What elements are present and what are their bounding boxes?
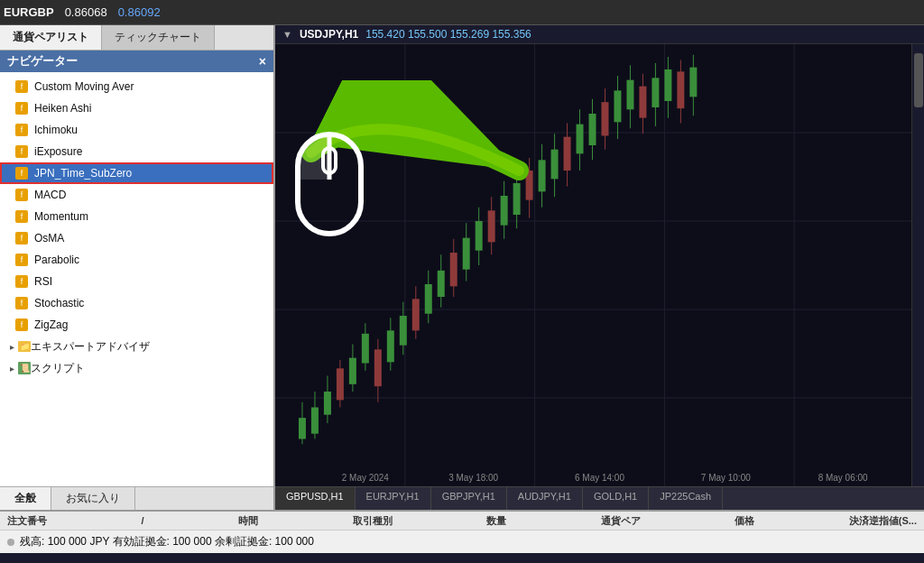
tab-row: 通貨ペアリスト ティックチャート (0, 25, 273, 51)
tree-item-zigzag[interactable]: f ZigZag (0, 314, 273, 336)
col-time: 時間 (238, 514, 258, 528)
svg-rect-20 (362, 334, 369, 364)
tab-tick-chart[interactable]: ティックチャート (102, 25, 215, 50)
indicator-icon: f (14, 79, 29, 94)
svg-rect-40 (488, 210, 495, 242)
symbol-tab-eurjpy[interactable]: EURJPY,H1 (356, 487, 431, 510)
svg-rect-28 (412, 299, 420, 330)
navigator-close[interactable]: × (259, 54, 266, 69)
tree-item-custom-moving[interactable]: f Custom Moving Aver (0, 76, 273, 97)
svg-rect-52 (564, 137, 571, 171)
indicator-icon: f (14, 231, 29, 245)
svg-rect-18 (349, 358, 356, 384)
chart-header: ▼ USDJPY,H1 155.420 155.500 155.269 155.… (275, 25, 924, 44)
chart-area: ▼ USDJPY,H1 155.420 155.500 155.269 155.… (275, 25, 924, 510)
svg-rect-46 (526, 171, 533, 200)
expand-icon: ▸ (5, 364, 18, 374)
svg-rect-0 (275, 44, 924, 486)
tree-group-script[interactable]: ▸ 📜 スクリプト (0, 357, 273, 379)
tree-group-expert[interactable]: ▸ 📁 エキスパートアドバイザ (0, 336, 273, 357)
svg-rect-24 (387, 330, 394, 362)
chart-scrollbar[interactable] (911, 44, 924, 486)
col-sep: / (142, 515, 144, 526)
status-columns-row: 注文番号 / 時間 取引種別 数量 通貨ペア 価格 決済逆指値(S... (0, 512, 924, 531)
svg-rect-44 (513, 183, 521, 215)
script-icon: 📜 (18, 362, 31, 374)
symbol-tab-gbpjpy[interactable]: GBPJPY,H1 (431, 487, 507, 510)
tree-item-ichimoku[interactable]: f Ichimoku (0, 119, 273, 141)
pair-label: EURGBP (4, 5, 54, 19)
tree-item-label: iExposure (34, 145, 82, 158)
tab-all[interactable]: 全般 (0, 487, 51, 510)
svg-rect-32 (438, 271, 445, 297)
symbol-tab-gold[interactable]: GOLD,H1 (583, 487, 649, 510)
col-type: 取引種別 (353, 514, 393, 528)
indicator-icon: f (14, 318, 29, 332)
tree-item-osma[interactable]: f OsMA (0, 227, 273, 249)
col-price: 価格 (735, 514, 754, 528)
svg-text:7 May 10:00: 7 May 10:00 (701, 471, 751, 483)
svg-rect-62 (626, 80, 633, 110)
indicator-icon: f (14, 166, 29, 180)
tree-item-label: Momentum (34, 210, 88, 223)
svg-rect-68 (664, 69, 671, 101)
status-bar: 注文番号 / 時間 取引種別 数量 通貨ペア 価格 決済逆指値(S... 残高:… (0, 510, 924, 553)
svg-rect-34 (450, 253, 457, 286)
navigator-title: ナビゲーター (7, 53, 78, 69)
indicator-icon: f (14, 274, 29, 289)
chart-canvas[interactable]: 2 May 2024 3 May 18:00 6 May 14:00 7 May… (275, 44, 924, 486)
left-panel: 通貨ペアリスト ティックチャート ナビゲーター × f Custom Movin… (0, 25, 275, 510)
svg-rect-22 (374, 349, 382, 386)
tree-item-label: RSI (34, 275, 52, 288)
svg-rect-38 (476, 221, 483, 251)
tree-item-parabolic[interactable]: f Parabolic (0, 249, 273, 271)
col-stop: 決済逆指値(S... (849, 514, 917, 528)
tree-area[interactable]: f Custom Moving Aver f Heiken Ashi f Ich… (0, 72, 273, 486)
tree-item-rsi[interactable]: f RSI (0, 271, 273, 292)
chart-symbols-bar: GBPUSD,H1 EURJPY,H1 GBPJPY,H1 AUDJPY,H1 … (275, 486, 924, 510)
tree-item-label: Stochastic (34, 297, 84, 309)
tree-item-heiken-ashi[interactable]: f Heiken Ashi (0, 97, 273, 119)
bid-price: 0.86068 (65, 5, 107, 19)
expert-icon: 📁 (18, 341, 31, 352)
tree-item-jpn-time[interactable]: f JPN_Time_SubZero (0, 162, 273, 184)
tree-item-label: Custom Moving Aver (34, 80, 134, 93)
main-layout: 通貨ペアリスト ティックチャート ナビゲーター × f Custom Movin… (0, 25, 924, 510)
col-qty: 数量 (486, 514, 506, 528)
indicator-icon: f (14, 123, 29, 137)
indicator-icon: f (14, 253, 29, 267)
indicator-icon: f (14, 188, 29, 202)
svg-rect-36 (463, 238, 470, 270)
svg-text:6 May 14:00: 6 May 14:00 (575, 471, 624, 483)
bottom-tabs: 全般 お気に入り (0, 486, 273, 510)
symbol-tab-gbpusd[interactable]: GBPUSD,H1 (275, 487, 356, 510)
svg-rect-60 (614, 90, 621, 122)
svg-rect-48 (539, 160, 546, 191)
symbol-tab-audjpy[interactable]: AUDJPY,H1 (507, 487, 583, 510)
svg-rect-26 (400, 316, 407, 346)
tab-favorites[interactable]: お気に入り (51, 487, 135, 510)
tree-item-label: OsMA (34, 232, 64, 245)
tree-item-stochastic[interactable]: f Stochastic (0, 292, 273, 314)
tree-item-label: Heiken Ashi (34, 102, 91, 115)
svg-rect-70 (677, 71, 684, 108)
chart-indicator-icon: ▼ (282, 29, 292, 40)
svg-text:8 May 06:00: 8 May 06:00 (818, 471, 868, 483)
indicator-icon: f (14, 101, 29, 115)
chart-symbol: USDJPY,H1 (300, 28, 358, 41)
tree-item-iexposure[interactable]: f iExposure (0, 141, 273, 162)
navigator-header: ナビゲーター × (0, 51, 273, 72)
tree-item-macd[interactable]: f MACD (0, 184, 273, 206)
svg-rect-12 (311, 408, 319, 434)
tree-item-label: Ichimoku (34, 124, 78, 136)
tree-item-label: ZigZag (34, 318, 68, 331)
indicator-icon: f (14, 144, 29, 159)
svg-text:3 May 18:00: 3 May 18:00 (448, 471, 498, 483)
chart-prices: 155.420 155.500 155.269 155.356 (365, 28, 531, 41)
tab-currency-list[interactable]: 通貨ペアリスト (0, 25, 102, 50)
status-balance-row: 残高: 100 000 JPY 有効証拠金: 100 000 余剰証拠金: 10… (0, 531, 924, 553)
symbol-tab-jp225[interactable]: JP225Cash (649, 487, 723, 510)
tree-item-momentum[interactable]: f Momentum (0, 206, 273, 227)
scrollbar-thumb[interactable] (914, 53, 923, 107)
col-pair: 通貨ペア (601, 514, 641, 528)
